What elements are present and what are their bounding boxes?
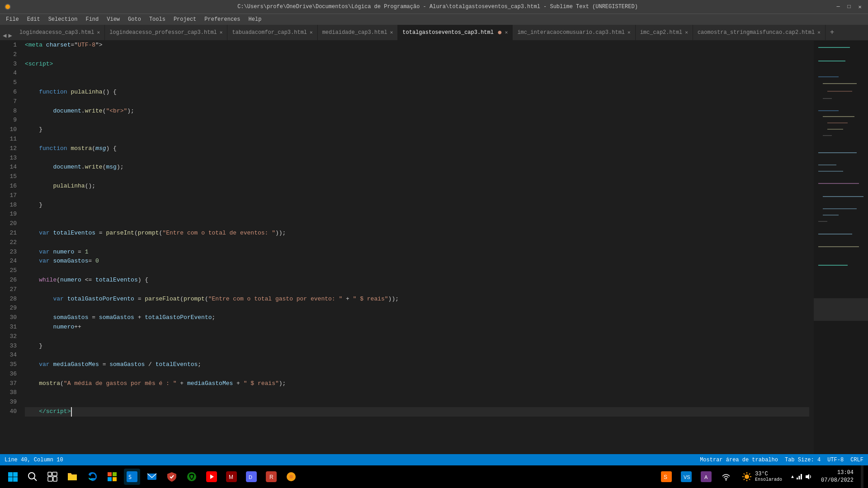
svg-point-59 [725, 479, 726, 481]
tab-caomostra[interactable]: caomostra_stringmaisfuncao.cap2.html ✕ [693, 25, 826, 40]
line-num-11: 11 [0, 135, 17, 144]
svg-rect-71 [801, 474, 802, 479]
line-num-25: 25 [0, 266, 17, 276]
windows-start-button[interactable] [5, 469, 21, 485]
system-tray: ▲ [789, 473, 814, 480]
terminal-button[interactable]: S [124, 469, 140, 485]
close-tab-7[interactable]: ✕ [685, 29, 688, 35]
tab-mediaidade-cap3[interactable]: mediaidade_cap3.html ✕ [318, 25, 398, 40]
line-num-24: 24 [0, 257, 17, 266]
line-num-10: 10 [0, 125, 17, 135]
search-button[interactable] [24, 469, 41, 485]
tab-tabuadacomfor-cap3[interactable]: tabuadacomfor_cap3.html ✕ [227, 25, 317, 40]
code-line-27 [25, 285, 809, 295]
code-line-36 [25, 370, 809, 379]
defender-button[interactable] [164, 469, 180, 485]
app-icon [5, 4, 11, 10]
show-desktop-label[interactable]: Mostrar área de trabalho [700, 457, 778, 463]
line-num-3: 3 [0, 60, 17, 69]
line-num-30: 30 [0, 313, 17, 323]
microsoft-store-button[interactable] [104, 469, 120, 485]
ideapad-button[interactable] [283, 469, 299, 485]
file-explorer-button[interactable] [64, 469, 80, 485]
wifi-icon[interactable] [718, 469, 734, 485]
line-num-14: 14 [0, 163, 17, 172]
svg-rect-38 [113, 477, 117, 481]
code-line-33: } [25, 342, 809, 351]
tab-imc-cap2[interactable]: imc_cap2.html ✕ [636, 25, 693, 40]
close-tab-2[interactable]: ✕ [220, 29, 223, 35]
close-tab-8[interactable]: ✕ [817, 29, 821, 35]
tab-imc-interacao[interactable]: imc_interacaocomusuario.cap3.html ✕ [513, 25, 635, 40]
tab-logindeacesso-professor-cap3[interactable]: logindeacesso_professor_cap3.html ✕ [105, 25, 227, 40]
vscode-button[interactable]: VS [678, 469, 694, 485]
show-desktop-button[interactable] [861, 465, 863, 488]
menu-goto[interactable]: Goto [124, 15, 145, 23]
network-icon [796, 473, 803, 480]
svg-point-60 [745, 474, 749, 479]
minimap [814, 41, 868, 454]
code-line-12: function mostra(msg) { [25, 144, 809, 154]
code-line-10: } [25, 125, 809, 135]
tab-nav-left[interactable]: ◀ [2, 31, 7, 40]
sublime-text-taskbar[interactable]: S [658, 469, 675, 485]
edge-browser-button[interactable] [84, 469, 100, 485]
tab-logindeacesso-cap3[interactable]: logindeacesso_cap3.html ✕ [15, 25, 105, 40]
menu-selection[interactable]: Selection [45, 15, 81, 23]
taskbar: S [0, 465, 868, 488]
minimize-button[interactable]: ─ [835, 3, 842, 10]
svg-rect-27 [8, 477, 13, 482]
menu-help[interactable]: Help [245, 15, 265, 23]
line-num-6: 6 [0, 88, 17, 97]
close-tab-6[interactable]: ✕ [627, 29, 631, 35]
maximize-button[interactable]: □ [845, 3, 853, 10]
code-line-28: var totalGastoPorEvento = parseFloat(pro… [25, 295, 809, 304]
editor-area: 1 2 3 4 5 6 7 8 9 10 11 12 13 14 15 16 1… [0, 41, 868, 454]
tray-chevron[interactable]: ▲ [791, 474, 794, 479]
code-line-14: document.write(msg); [25, 163, 809, 172]
close-tab-5[interactable]: ✕ [505, 29, 508, 35]
menu-tools[interactable]: Tools [146, 15, 169, 23]
line-num-23: 23 [0, 248, 17, 257]
menu-preferences[interactable]: Preferences [201, 15, 244, 23]
youtube-button[interactable] [203, 469, 220, 485]
minimap-svg [814, 41, 868, 366]
menu-edit[interactable]: Edit [24, 15, 44, 23]
code-line-2 [25, 50, 809, 60]
another-button[interactable]: A [698, 469, 714, 485]
code-line-21: var totalEventos = parseInt(prompt("Entr… [25, 229, 809, 238]
svg-rect-69 [797, 478, 798, 479]
code-line-17 [25, 191, 809, 201]
task-view-button[interactable] [44, 469, 61, 485]
close-tab-3[interactable]: ✕ [310, 29, 313, 35]
discord-button[interactable]: D [243, 469, 259, 485]
menu-find[interactable]: Find [82, 15, 102, 23]
code-line-32 [25, 332, 809, 342]
app1-button[interactable]: R [263, 469, 279, 485]
code-line-40: </script>​ [25, 407, 809, 417]
line-num-32: 32 [0, 332, 17, 342]
code-line-30: somaGastos = somaGastos + totalGastoPorE… [25, 313, 809, 323]
line-num-34: 34 [0, 351, 17, 360]
mail-button[interactable] [144, 469, 160, 485]
modified-dot: ● [497, 28, 502, 37]
code-editor[interactable]: <meta charset="UTF-8"> <script> function… [20, 41, 814, 454]
menu-file[interactable]: File [2, 15, 23, 23]
media-button[interactable]: M [223, 469, 240, 485]
code-line-3: <script> [25, 60, 809, 69]
close-button[interactable]: ✕ [856, 3, 863, 10]
svg-rect-37 [108, 477, 112, 481]
encoding-label: UTF-8 [827, 457, 844, 463]
line-num-29: 29 [0, 304, 17, 313]
menu-project[interactable]: Project [170, 15, 200, 23]
tab-nav-right[interactable]: ▶ [7, 31, 13, 40]
xbox-button[interactable] [184, 469, 200, 485]
close-tab-1[interactable]: ✕ [97, 29, 100, 35]
svg-rect-33 [48, 477, 52, 481]
close-tab-4[interactable]: ✕ [390, 29, 393, 35]
add-tab-button[interactable]: + [826, 25, 839, 40]
datetime-widget[interactable]: 13:04 07/08/2022 [817, 469, 857, 484]
menu-view[interactable]: View [103, 15, 123, 23]
tab-totalgastoseventos-cap3[interactable]: totalgastoseventos_cap3.html ● ✕ [398, 25, 513, 40]
line-num-40: 40 [0, 407, 17, 417]
